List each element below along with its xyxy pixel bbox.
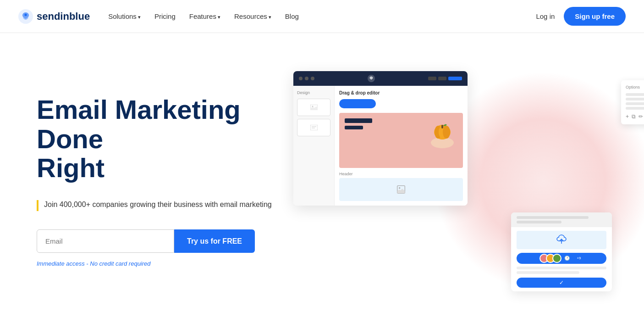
content-line-2 [517, 271, 579, 274]
svg-rect-4 [310, 125, 318, 130]
design-label: Design [297, 90, 330, 95]
options-lines [626, 93, 644, 110]
signup-button[interactable]: Sign up free [564, 7, 626, 26]
options-label: Options [626, 85, 644, 89]
nav-blog[interactable]: Blog [285, 12, 299, 20]
avatar-group [539, 254, 561, 263]
maximize-btn [438, 77, 446, 80]
editor-canvas [339, 113, 463, 168]
action-btn [448, 77, 462, 80]
hero-section: Email Marketing Done Right Join 400,000+… [0, 33, 644, 329]
yellow-accent-bar [37, 200, 39, 211]
plus-icon: + [626, 113, 629, 120]
option-line-2 [626, 98, 644, 100]
dnd-button [339, 99, 376, 108]
hero-form: Try us for FREE [37, 229, 293, 253]
header-placeholder [339, 178, 463, 201]
titlebar-buttons [428, 77, 462, 80]
check-button: ✓ [517, 278, 606, 288]
pumpkin-illustration [426, 117, 458, 150]
svg-point-14 [399, 187, 400, 189]
hero-subtext-wrap: Join 400,000+ companies growing their bu… [37, 199, 293, 211]
dot-1 [299, 77, 303, 80]
canvas-bar-1 [345, 118, 372, 123]
nav-features[interactable]: Features [189, 12, 220, 20]
upload-icon-area [517, 231, 606, 249]
hero-left: Email Marketing Done Right Join 400,000+… [37, 95, 293, 267]
secondary-card-header [511, 212, 612, 227]
editor-sidebar: Design [293, 86, 335, 206]
upload-icon [555, 234, 568, 245]
nav-solutions[interactable]: Solutions [108, 12, 141, 20]
nav-resources[interactable]: Resources [234, 12, 271, 20]
card-header-line-1 [517, 216, 589, 219]
nav-right: Log in Sign up free [536, 7, 626, 26]
login-button[interactable]: Log in [536, 12, 555, 20]
option-line-3 [626, 102, 644, 105]
design-item-2 [297, 119, 330, 136]
text-icon [310, 125, 318, 130]
editor-body: Design [293, 86, 468, 206]
avatar-label: 🕐 [564, 256, 570, 261]
check-icon: ✓ [559, 279, 564, 286]
logo[interactable]: sendinblue [18, 9, 90, 24]
copy-icon: ⧉ [632, 113, 636, 120]
option-line-4 [626, 107, 644, 110]
nav-left: sendinblue Solutions Pricing Features Re… [18, 9, 299, 24]
edit-icon: ✏ [638, 113, 643, 120]
secondary-card-body: 🕐 +9 ✓ [511, 227, 612, 291]
image-icon [310, 105, 318, 110]
logo-icon [18, 9, 33, 24]
hero-illustration: Design [293, 62, 616, 301]
svg-rect-12 [441, 125, 443, 128]
options-panel: Options + ⧉ ✏ 🗑 [621, 80, 644, 124]
dnd-label: Drag & drop editor [339, 90, 463, 95]
option-line-1 [626, 93, 644, 96]
titlebar-center [318, 75, 424, 82]
editor-main: Drag & drop editor [335, 86, 468, 206]
editor-logo-icon [368, 75, 375, 82]
hero-note: Immediate access - No credit card requir… [37, 260, 293, 267]
cta-button[interactable]: Try us for FREE [174, 229, 255, 253]
hero-heading: Email Marketing Done Right [37, 95, 293, 183]
navbar: sendinblue Solutions Pricing Features Re… [0, 0, 644, 33]
options-icons: + ⧉ ✏ 🗑 [626, 113, 644, 120]
editor-titlebar [293, 71, 468, 86]
dot-2 [305, 77, 308, 80]
header-label: Header [339, 172, 463, 176]
nav-links: Solutions Pricing Features Resources Blo… [108, 12, 299, 20]
dot-3 [311, 77, 314, 80]
editor-card: Design [293, 71, 468, 206]
brand-name: sendinblue [37, 11, 90, 22]
hero-subtext: Join 400,000+ companies growing their bu… [44, 199, 272, 210]
secondary-card: 🕐 +9 ✓ [511, 212, 612, 291]
card-header-line-2 [517, 221, 561, 223]
content-line-1 [517, 267, 606, 269]
plus-badge: +9 [574, 255, 583, 261]
nav-pricing[interactable]: Pricing [154, 12, 176, 20]
image-placeholder-icon [396, 185, 406, 194]
minimize-btn [428, 77, 436, 80]
design-item-1 [297, 99, 330, 116]
avatar-3 [552, 254, 561, 263]
svg-point-11 [443, 126, 450, 139]
sec-card-button: 🕐 +9 [517, 253, 606, 264]
email-input[interactable] [37, 229, 174, 253]
canvas-bar-2 [345, 126, 363, 129]
titlebar-dots [299, 77, 314, 80]
